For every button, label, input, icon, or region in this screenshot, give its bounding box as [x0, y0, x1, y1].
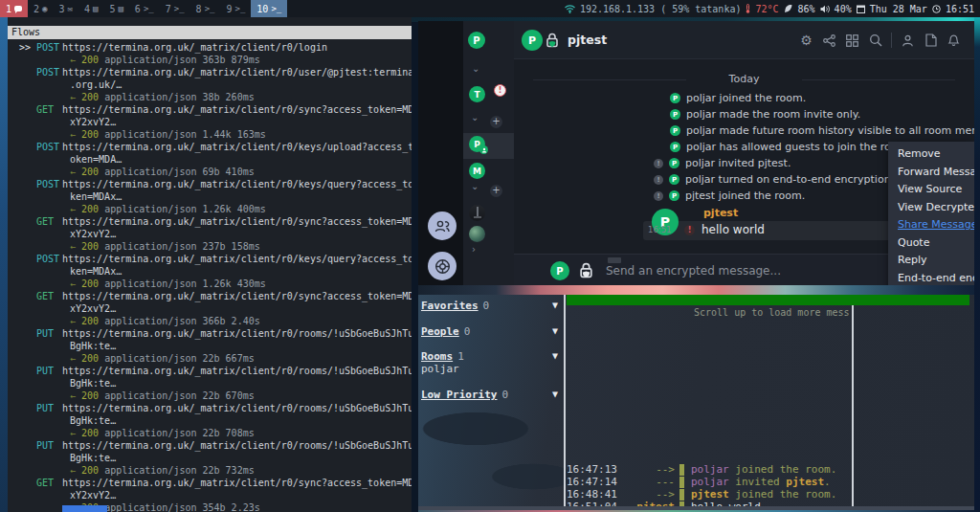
room-header-avatar: P	[522, 30, 543, 51]
message-input[interactable]	[606, 262, 855, 279]
context-menu-item[interactable]: View Decrypted S	[888, 199, 974, 217]
sidebar-section-favorites[interactable]: Favorites0	[421, 300, 489, 312]
state-event-row[interactable]: Ppoljar joined the room.	[670, 91, 806, 105]
room-avatar-image[interactable]	[469, 205, 485, 221]
wallpaper-gap	[412, 17, 418, 512]
message-text: hello world	[702, 223, 765, 236]
battery-icon	[784, 4, 793, 13]
member-mini-icon	[479, 145, 488, 154]
thermometer-icon	[746, 4, 750, 13]
rooms-grid-icon[interactable]	[845, 33, 859, 48]
room-avatar-t[interactable]: T	[469, 86, 485, 102]
chevron-right-icon[interactable]: ›	[472, 244, 476, 255]
add-room-button[interactable]: +	[490, 116, 502, 128]
flow-row[interactable]: GEThttps://termina.org.uk/_matrix/client…	[8, 215, 412, 253]
add-room-button[interactable]: +	[490, 185, 502, 197]
flow-row[interactable]: PUThttps://termina.org.uk/_matrix/client…	[8, 402, 412, 439]
workspace-button-7[interactable]: 7>_	[160, 0, 190, 17]
flow-row[interactable]: PUThttps://termina.org.uk/_matrix/client…	[8, 439, 412, 477]
state-event-row[interactable]: Ppoljar has allowed guests to join the r…	[670, 140, 911, 154]
sidebar-section-low-priority[interactable]: Low Priority0	[421, 389, 508, 401]
flow-row[interactable]: POSThttps://termina.org.uk/_matrix/clien…	[8, 253, 412, 290]
flow-row[interactable]: GEThttps://termina.org.uk/_matrix/client…	[8, 103, 412, 141]
client-left-rail	[418, 21, 463, 285]
chevron-down-icon[interactable]: ⌄	[471, 181, 479, 191]
state-event-row[interactable]: Ppoljar made future room history visible…	[670, 123, 974, 138]
flow-row[interactable]: POSThttps://termina.org.uk/_matrix/clien…	[8, 141, 412, 178]
state-event-row[interactable]: Ppoljar made the room invite only.	[670, 107, 860, 122]
room-list-item[interactable]: poljar	[421, 363, 459, 375]
share-icon[interactable]	[822, 33, 836, 48]
date-label: Thu 28 Mar	[870, 4, 927, 14]
help-button[interactable]	[428, 252, 457, 280]
log-timestamp: 16:47:13	[567, 463, 617, 476]
log-sender: -->	[617, 488, 675, 501]
event-avatar: P	[669, 190, 679, 201]
workspace-button-3[interactable]: 3✉	[53, 0, 78, 17]
context-menu-item[interactable]: Quote	[888, 234, 974, 253]
gomuks-sidebar: Favorites0▼People0▼Rooms1▼poljarLow Prio…	[418, 295, 564, 510]
flow-row[interactable]: POSThttps://termina.org.uk/_matrix/clien…	[8, 178, 412, 215]
workspace-button-9[interactable]: 9>_	[220, 0, 251, 17]
workspace-button-2[interactable]: 2◉	[28, 0, 53, 17]
collapse-arrow-icon[interactable]: ▼	[552, 389, 558, 399]
terminal-icon: >_	[271, 5, 281, 13]
sidebar-section-rooms[interactable]: Rooms1	[421, 350, 464, 363]
flows-header: Flows	[8, 26, 412, 39]
context-menu-item[interactable]: Remove	[888, 145, 974, 164]
member-icon[interactable]	[901, 33, 915, 48]
workspace-button-8[interactable]: 8>_	[190, 0, 221, 17]
workspace-button-5[interactable]: 5▤	[103, 0, 128, 17]
workspace-button-1[interactable]: 1	[0, 0, 28, 17]
flow-row[interactable]: PUThttps://termina.org.uk/_matrix/client…	[8, 365, 412, 402]
collapse-arrow-icon[interactable]: ▼	[552, 300, 558, 310]
flow-row[interactable]: POSThttps://termina.org.uk/_matrix/clien…	[8, 66, 412, 103]
state-event-row[interactable]: !Ppoljar invited pjtest.	[654, 156, 791, 170]
warning-icon: !	[654, 191, 663, 201]
book-icon: ▤	[93, 5, 98, 13]
collapse-arrow-icon[interactable]: ▼	[552, 350, 558, 361]
top-bar: 12◉3✉4▤5▤6>_7>_8>_9>_10>_ 192.168.1.133 …	[0, 0, 980, 17]
gomuks-window: Favorites0▼People0▼Rooms1▼poljarLow Prio…	[418, 295, 974, 510]
mail-icon: ✉	[68, 5, 73, 13]
members-button[interactable]	[428, 211, 457, 240]
clock-icon	[932, 5, 941, 13]
room-avatar-m[interactable]: M	[469, 163, 485, 179]
terminal-icon: >_	[144, 5, 154, 13]
state-event-row[interactable]: !Ppjtest joined the room.	[654, 189, 805, 203]
chevron-down-icon[interactable]: ⌄	[472, 63, 479, 74]
mitmproxy-window: Flows >>POSThttps://termina.org.uk/_matr…	[8, 17, 412, 512]
flow-list: >>POSThttps://termina.org.uk/_matrix/cli…	[8, 41, 412, 512]
context-menu-item[interactable]: End-to-end encry	[888, 270, 974, 286]
event-text: poljar made the room invite only.	[686, 108, 860, 121]
flow-row[interactable]: PUThttps://termina.org.uk/_matrix/client…	[8, 327, 412, 365]
notification-bell-icon[interactable]	[947, 33, 961, 48]
flow-row[interactable]: >>POSThttps://termina.org.uk/_matrix/cli…	[8, 41, 412, 66]
flow-row[interactable]: GEThttps://termina.org.uk/_matrix/client…	[8, 290, 412, 327]
room-avatar-globe[interactable]	[469, 226, 485, 242]
search-icon[interactable]	[868, 33, 882, 48]
context-menu-item[interactable]: Forward Message	[888, 164, 974, 182]
settings-icon[interactable]: ⚙	[799, 33, 813, 48]
event-avatar: P	[670, 109, 680, 120]
mitmproxy-statusbar-fragment	[62, 505, 107, 512]
file-icon[interactable]	[924, 33, 938, 48]
log-sender: ---	[617, 476, 675, 488]
event-text: poljar invited pjtest.	[685, 157, 791, 169]
workspace-button-4[interactable]: 4▤	[78, 0, 103, 17]
account-avatar[interactable]: P	[468, 32, 485, 49]
urgent-badge: !	[494, 84, 506, 97]
context-menu-item[interactable]: View Source	[888, 181, 974, 199]
collapse-arrow-icon[interactable]: ▼	[552, 325, 558, 336]
workspace-button-6[interactable]: 6>_	[129, 0, 160, 17]
message-context-menu: RemoveForward MessageView SourceView Dec…	[888, 142, 974, 285]
terminal-icon: >_	[174, 5, 185, 13]
sidebar-section-people[interactable]: People0	[421, 325, 470, 338]
loading-bar	[567, 295, 969, 305]
workspace-button-10[interactable]: 10>_	[251, 0, 287, 17]
context-menu-item[interactable]: Share Message	[888, 216, 974, 234]
scroll-notice: Scroll up to load more mess	[694, 307, 850, 318]
book-icon: ▤	[118, 5, 122, 13]
context-menu-item[interactable]: Reply	[888, 252, 974, 270]
chevron-down-icon[interactable]: ⌄	[471, 112, 479, 122]
